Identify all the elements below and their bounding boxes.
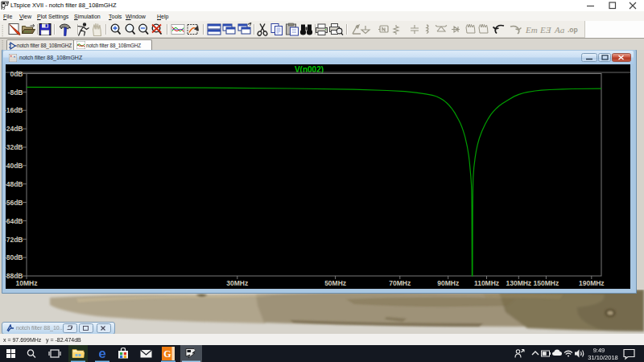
svg-text:50MHz: 50MHz	[324, 279, 346, 287]
svg-text:-48dB: -48dB	[6, 180, 23, 188]
svg-text:90MHz: 90MHz	[437, 279, 459, 287]
svg-text:Em: Em	[525, 25, 538, 35]
svg-text:-72dB: -72dB	[6, 236, 23, 244]
svg-text:-16dB: -16dB	[6, 106, 23, 114]
svg-text:EƎ: EƎ	[539, 25, 552, 35]
svg-text:10MHz: 10MHz	[16, 279, 38, 287]
svg-text:-24dB: -24dB	[6, 125, 23, 133]
svg-text:31/10/2018: 31/10/2018	[588, 354, 618, 361]
svg-text:-40dB: -40dB	[6, 162, 23, 170]
svg-text:e: e	[98, 346, 105, 361]
svg-text:-80dB: -80dB	[6, 253, 23, 261]
svg-text:150MHz: 150MHz	[534, 279, 559, 287]
svg-text:130MHz: 130MHz	[506, 279, 531, 287]
svg-text:70MHz: 70MHz	[389, 279, 411, 287]
svg-text:-8dB: -8dB	[8, 88, 23, 97]
svg-text:.op: .op	[568, 26, 578, 34]
svg-text:110MHz: 110MHz	[474, 279, 499, 287]
svg-text:-56dB: -56dB	[6, 199, 23, 207]
svg-text:30MHz: 30MHz	[226, 279, 248, 287]
svg-text:-32dB: -32dB	[6, 143, 23, 151]
svg-text:-64dB: -64dB	[6, 217, 23, 225]
svg-text:Aa: Aa	[554, 25, 565, 35]
svg-text:9:49: 9:49	[593, 347, 605, 354]
svg-text:G: G	[163, 348, 171, 360]
svg-text:190MHz: 190MHz	[579, 279, 605, 287]
svg-text:0dB: 0dB	[10, 70, 23, 78]
